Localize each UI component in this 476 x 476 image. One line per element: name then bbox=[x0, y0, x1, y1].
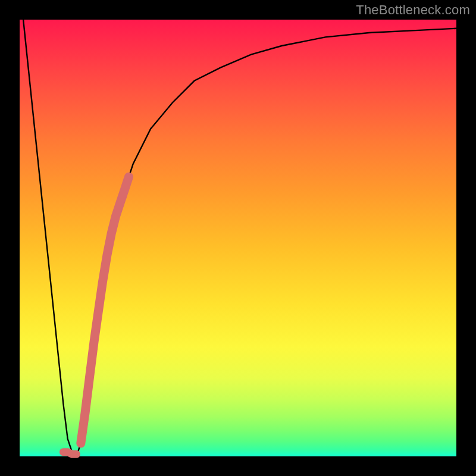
curve-valley-plateau bbox=[63, 452, 76, 455]
curve-highlight-segment bbox=[81, 177, 129, 443]
chart-frame: TheBottleneck.com bbox=[0, 0, 476, 476]
watermark-text: TheBottleneck.com bbox=[356, 2, 470, 18]
plot-area bbox=[20, 20, 456, 456]
bottleneck-curve-svg bbox=[20, 20, 456, 456]
